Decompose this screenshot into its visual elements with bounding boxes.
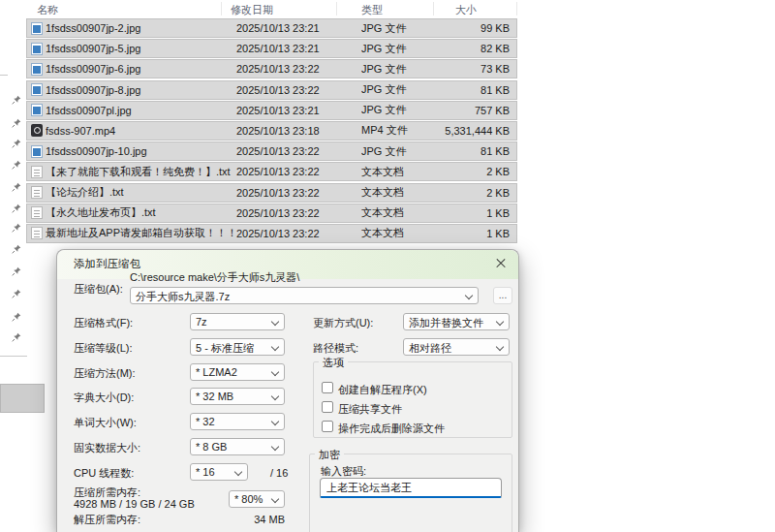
field-value: * LZMA2 (196, 366, 237, 378)
file-size: 757 KB (443, 105, 516, 116)
file-row[interactable]: 【论坛介绍】.txt2025/10/13 23:22文本文档2 KB (26, 183, 517, 203)
column-header-date[interactable]: 修改日期 (231, 3, 273, 17)
pushpin-icon (12, 114, 21, 124)
header-separator (221, 2, 222, 16)
field-value: 相对路径 (409, 342, 451, 354)
file-row[interactable]: 1fsdss00907jp-8.jpg2025/10/13 23:22JPG 文… (26, 80, 517, 100)
field-combobox[interactable]: 相对路径 (403, 338, 510, 356)
field-value: * 32 MB (196, 391, 233, 402)
memory-usage-combobox[interactable]: * 80% (229, 490, 285, 508)
column-header-size[interactable]: 大小 (455, 3, 477, 17)
close-icon[interactable] (492, 255, 510, 272)
file-modified-date: 2025/10/13 23:22 (236, 228, 361, 239)
file-modified-date: 2025/10/13 23:21 (236, 105, 361, 116)
file-size: 73 KB (443, 63, 516, 75)
field-combobox[interactable]: 7z (190, 313, 285, 330)
file-row[interactable]: 最新地址及APP请发邮箱自动获取！！！.txt2025/10/13 23:22文… (26, 224, 517, 243)
column-header-type[interactable]: 类型 (361, 3, 383, 17)
field-label: 压缩格式(F): (74, 316, 133, 330)
file-name: 1fsdss00907jp-10.jpg (46, 145, 236, 157)
file-row[interactable]: 1fsdss00907jp-5.jpg2025/10/13 23:21JPG 文… (26, 39, 517, 58)
nav-rail-box (0, 384, 45, 413)
field-value: 添加并替换文件 (409, 317, 483, 329)
file-size: 1 KB (443, 228, 516, 239)
file-type: JPG 文件 (361, 42, 443, 56)
field-label: 路径模式: (313, 341, 358, 356)
file-row[interactable]: 【永久地址发布页】.txt2025/10/13 23:22文本文档1 KB (26, 203, 517, 223)
file-name: 1fsdss00907jp-2.jpg (46, 22, 236, 34)
file-type: 文本文档 (361, 205, 443, 220)
rail-divider (0, 356, 27, 357)
file-row[interactable]: 1fsdss00907pl.jpg2025/10/13 23:21JPG 文件7… (26, 101, 517, 120)
file-row[interactable]: fsdss-907.mp42025/10/13 23:18MP4 文件5,331… (26, 121, 517, 141)
rail-divider (0, 75, 8, 76)
file-size: 1 KB (443, 207, 516, 219)
field-combobox[interactable]: 添加并替换文件 (403, 313, 510, 330)
file-size: 82 KB (443, 43, 516, 54)
pushpin-icon (12, 91, 21, 101)
checkbox[interactable] (322, 421, 333, 432)
field-combobox[interactable]: * 16 (190, 463, 248, 481)
field-combobox[interactable]: * 32 (190, 413, 285, 430)
file-row[interactable]: 【来了就能下载和观看！纯免费！】.txt2025/10/13 23:22文本文档… (26, 162, 517, 181)
encryption-group-title: 加密 (315, 448, 344, 462)
file-name: 【永久地址发布页】.txt (46, 205, 236, 220)
file-row[interactable]: 1fsdss00907jp-6.jpg2025/10/13 23:22JPG 文… (26, 59, 517, 78)
pushpin-icon (12, 219, 21, 229)
pushpin-icon (12, 329, 21, 338)
file-modified-date: 2025/10/13 23:22 (236, 187, 361, 199)
file-type: JPG 文件 (361, 62, 443, 77)
password-input[interactable] (320, 478, 502, 498)
archive-name-value: 分手大师s九灵器.7z (136, 291, 230, 302)
file-type: JPG 文件 (361, 21, 443, 36)
file-type: MP4 文件 (361, 123, 443, 138)
browse-button[interactable]: ... (493, 287, 512, 304)
pushpin-icon (12, 263, 21, 272)
field-combobox[interactable]: * 32 MB (190, 388, 285, 405)
field-value: * 8 GB (196, 441, 227, 453)
field-value: 5 - 标准压缩 (196, 342, 254, 354)
memory-compress-detail: 4928 MB / 19 GB / 24 GB (74, 498, 195, 510)
mp4-file-icon (31, 124, 43, 137)
jpg-file-icon (31, 104, 43, 116)
file-name: 【论坛介绍】.txt (46, 185, 236, 200)
field-combobox[interactable]: * LZMA2 (190, 363, 285, 381)
pushpin-icon (12, 308, 21, 318)
field-value: * 16 (196, 466, 215, 478)
field-label: 单词大小(W): (74, 416, 137, 430)
field-label: 压缩等级(L): (74, 341, 133, 356)
jpg-file-icon (31, 145, 43, 158)
column-header-name[interactable]: 名称 (37, 3, 58, 17)
field-combobox[interactable]: * 8 GB (190, 438, 285, 455)
memory-decompress-value: 34 MB (229, 514, 285, 525)
file-row[interactable]: 1fsdss00907jp-10.jpg2025/10/13 23:22JPG … (26, 141, 517, 161)
jpg-file-icon (31, 22, 43, 35)
field-combobox[interactable]: 5 - 标准压缩 (190, 338, 285, 356)
file-type: 文本文档 (361, 226, 443, 240)
file-modified-date: 2025/10/13 23:22 (236, 63, 361, 75)
file-name: 1fsdss00907jp-5.jpg (46, 43, 236, 54)
checkbox[interactable] (322, 382, 333, 393)
checkbox-label: 操作完成后删除源文件 (338, 422, 445, 436)
field-value: * 32 (196, 416, 215, 427)
file-row[interactable]: 1fsdss00907jp-2.jpg2025/10/13 23:21JPG 文… (26, 18, 517, 38)
checkbox-label: 创建自解压程序(X) (338, 383, 427, 397)
txt-file-icon (31, 166, 43, 178)
txt-file-icon (31, 227, 43, 239)
pushpin-icon (12, 240, 21, 250)
field-label: CPU 线程数: (74, 466, 134, 481)
file-type: 文本文档 (361, 185, 443, 200)
file-name: 1fsdss00907pl.jpg (46, 105, 236, 116)
file-modified-date: 2025/10/13 23:22 (236, 166, 361, 177)
pushpin-icon (12, 200, 21, 209)
header-separator (433, 2, 434, 16)
file-list-rows: 1fsdss00907jp-2.jpg2025/10/13 23:21JPG 文… (26, 18, 517, 244)
checkbox[interactable] (322, 401, 333, 413)
header-separator (336, 2, 337, 16)
field-label: 更新方式(U): (313, 316, 373, 330)
jpg-file-icon (31, 83, 43, 96)
archive-name-combobox[interactable]: 分手大师s九灵器.7z (130, 287, 479, 304)
file-type: 文本文档 (361, 165, 443, 179)
archive-label: 压缩包(A): (74, 282, 123, 297)
file-name: 1fsdss00907jp-8.jpg (46, 84, 236, 96)
